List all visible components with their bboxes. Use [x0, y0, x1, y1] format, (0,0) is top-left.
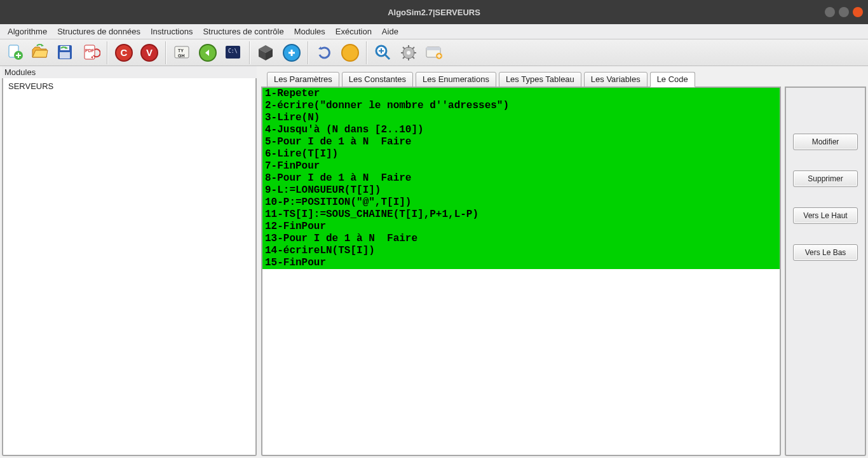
red-v-icon[interactable]: V — [139, 42, 160, 64]
modules-list[interactable]: SERVEURS — [2, 78, 257, 456]
code-line[interactable]: 13-Pour I de 1 à N Faire — [262, 233, 780, 245]
sidebar-title: Modules — [2, 66, 257, 78]
code-line[interactable]: 7-FinPour — [262, 160, 780, 172]
red-c-icon[interactable]: C — [113, 42, 135, 64]
tab-les-variables[interactable]: Les Variables — [584, 72, 648, 87]
svg-rect-16 — [426, 47, 440, 50]
window-icon[interactable] — [423, 42, 445, 64]
gear-icon[interactable] — [398, 42, 419, 64]
open-folder-icon[interactable] — [29, 42, 51, 64]
code-line[interactable]: 15-FinPour — [262, 257, 780, 269]
code-line[interactable]: 3-Lire(N) — [262, 112, 780, 124]
tab-les-constantes[interactable]: Les Constantes — [342, 72, 413, 87]
code-line[interactable]: 1-Repeter — [262, 88, 780, 100]
modules-sidebar: Modules SERVEURS — [0, 66, 259, 458]
code-line[interactable]: 4-Jusqu'à (N dans [2..10]) — [262, 124, 780, 136]
back-arrow-icon[interactable] — [197, 42, 219, 64]
code-line[interactable]: 8-Pour I de 1 à N Faire — [262, 172, 780, 184]
minimize-icon[interactable] — [825, 7, 835, 17]
menu-ex-cution[interactable]: Exécution — [332, 25, 376, 38]
code-line[interactable]: 2-écrire("donner le nombre d''adresses") — [262, 100, 780, 112]
toolbar-separator — [107, 41, 108, 64]
menubar: AlgorithmeStructures de donnéesInstructi… — [0, 24, 868, 39]
tab-les-types-tableau[interactable]: Les Types Tableau — [499, 72, 581, 87]
cube-icon[interactable] — [255, 42, 277, 64]
menu-modules[interactable]: Modules — [290, 25, 329, 38]
menu-structures-de-donn-es[interactable]: Structures de données — [53, 25, 144, 38]
button-vers-le-bas[interactable]: Vers Le Bas — [793, 244, 858, 261]
titlebar: AlgoSim2.7|SERVEURS — [0, 0, 868, 24]
menu-aide[interactable]: Aide — [378, 25, 402, 38]
yellow-dot-icon[interactable] — [339, 42, 361, 64]
code-line[interactable]: 14-écrireLN(TS[I]) — [262, 245, 780, 257]
toolbar-separator — [249, 41, 250, 64]
code-line[interactable]: 5-Pour I de 1 à N Faire — [262, 136, 780, 148]
svg-rect-4 — [60, 52, 70, 59]
type-panel-icon[interactable]: TYGH — [172, 42, 193, 64]
svg-text:PDF: PDF — [85, 48, 95, 53]
code-line[interactable]: 12-FinPour — [262, 221, 780, 233]
tab-strip: Les ParamètresLes ConstantesLes Enumerat… — [259, 70, 866, 87]
menu-algorithme[interactable]: Algorithme — [4, 25, 51, 38]
toolbar-separator — [165, 41, 166, 64]
toolbar-separator — [308, 41, 309, 64]
refresh-icon[interactable] — [314, 42, 336, 64]
menu-instructions[interactable]: Instructions — [147, 25, 196, 38]
code-line[interactable]: 6-Lire(T[I]) — [262, 148, 780, 160]
tab-le-code[interactable]: Le Code — [650, 72, 695, 87]
close-icon[interactable] — [853, 7, 863, 17]
svg-text:GH: GH — [178, 53, 185, 58]
toolbar-separator — [366, 41, 367, 64]
code-editor[interactable]: 1-Repeter2-écrire("donner le nombre d''a… — [261, 87, 781, 456]
menu-structures-de-contr-le[interactable]: Structures de contrôle — [199, 25, 287, 38]
blue-plus-icon[interactable] — [281, 42, 302, 64]
tab-les-param-tres[interactable]: Les Paramètres — [267, 72, 339, 87]
save-floppy-icon[interactable] — [55, 42, 76, 64]
button-modifier[interactable]: Modifier — [793, 134, 858, 150]
content-area: Modules SERVEURS Les ParamètresLes Const… — [0, 66, 868, 458]
code-line[interactable]: 9-L:=LONGUEUR(T[I]) — [262, 184, 780, 197]
maximize-icon[interactable] — [839, 7, 849, 17]
tab-les-enumerations[interactable]: Les Enumerations — [416, 72, 496, 87]
svg-point-14 — [407, 51, 410, 55]
button-supprimer[interactable]: Supprimer — [793, 170, 858, 187]
terminal-icon[interactable]: C:\ — [222, 42, 244, 64]
toolbar: PDFCVTYGHC:\ — [0, 39, 868, 66]
code-line[interactable]: 11-TS[I]:=SOUS_CHAINE(T[I],P+1,L-P) — [262, 209, 780, 221]
button-vers-le-haut[interactable]: Vers Le Haut — [793, 207, 858, 224]
new-file-icon[interactable] — [4, 42, 25, 64]
module-item[interactable]: SERVEURS — [7, 80, 252, 93]
svg-text:C:\: C:\ — [228, 48, 238, 54]
window-title: AlgoSim2.7|SERVEURS — [388, 8, 480, 17]
code-line[interactable]: 10-P:=POSITION("@",T[I]) — [262, 197, 780, 209]
window-controls — [825, 7, 863, 17]
main-pane: Les ParamètresLes ConstantesLes Enumerat… — [259, 66, 868, 458]
export-pdf-icon[interactable]: PDF — [80, 42, 102, 64]
code-actions-panel: ModifierSupprimerVers Le HautVers Le Bas — [785, 87, 866, 456]
svg-text:TY: TY — [178, 48, 184, 53]
zoom-icon[interactable] — [372, 42, 394, 64]
